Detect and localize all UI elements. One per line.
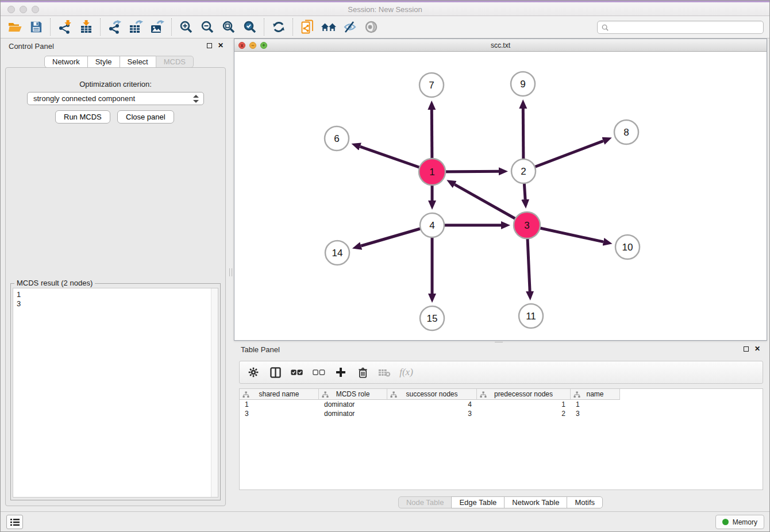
table-cell[interactable]: 1 [240,400,319,409]
table-cell[interactable]: 4 [387,400,477,409]
export-image-button[interactable] [147,17,168,37]
table-cell[interactable]: 1 [571,400,620,409]
result-scrollbar[interactable] [211,288,218,497]
show-graphics-details-button[interactable] [360,17,382,37]
trash-icon [358,367,368,378]
graph-node-14[interactable]: 14 [325,241,349,265]
table-body: 1dominator4113dominator323 [240,400,763,418]
graph-node-6[interactable]: 6 [325,126,349,151]
column-header-predecessor-nodes[interactable]: predecessor nodes [477,389,571,400]
close-panel-button[interactable]: Close panel [117,110,174,124]
optimization-criterion-label: Optimization criterion: [6,80,225,88]
graph-node-2[interactable]: 2 [511,159,536,183]
zoom-selected-button[interactable] [239,17,260,37]
zoom-out-icon [201,20,214,34]
show-task-history-button[interactable] [6,515,23,529]
mcds-panel: Optimization criterion: strongly connect… [5,67,226,506]
hide-graphics-details-button[interactable] [339,17,360,37]
task-list-icon [10,518,20,526]
delete-table-button[interactable] [375,364,394,381]
column-header-successor-nodes[interactable]: successor nodes [387,389,477,400]
table-panel: Table Panel ✕ [234,343,767,512]
column-header-shared-name[interactable]: shared name [240,389,319,400]
graph-edge-2-8[interactable] [523,141,603,171]
import-table-button[interactable] [75,17,97,37]
vertical-splitter-handle[interactable] [229,268,232,276]
run-mcds-button[interactable]: Run MCDS [55,110,110,124]
optimization-criterion-select[interactable]: strongly connected component [27,92,204,105]
tab-network[interactable]: Network [44,56,88,68]
graph-node-7[interactable]: 7 [419,73,444,97]
network-graph[interactable]: 1234678910111415 [234,52,767,340]
zoom-fit-button[interactable] [218,17,239,37]
show-columns-button[interactable] [266,364,284,381]
table-toolbar: f(x) [239,361,763,384]
open-session-button[interactable] [4,17,25,37]
refresh-layout-button[interactable] [268,17,289,37]
table-cell[interactable]: 3 [387,409,477,418]
tab-motifs[interactable]: Motifs [567,496,603,508]
tab-edge-table[interactable]: Edge Table [451,496,505,508]
svg-text:8: 8 [623,127,629,138]
search-icon [602,24,609,31]
table-cell[interactable]: dominator [319,400,387,409]
tab-network-table[interactable]: Network Table [504,496,567,508]
graph-node-3[interactable]: 3 [514,212,540,238]
search-field[interactable] [597,21,764,34]
import-network-button[interactable] [54,17,75,37]
graph-node-11[interactable]: 11 [519,304,543,328]
graph-node-8[interactable]: 8 [614,120,638,144]
export-table-button[interactable] [125,17,147,37]
toolbar-separator [171,18,172,36]
graph-node-9[interactable]: 9 [511,72,535,96]
svg-text:3: 3 [524,220,529,231]
table-row[interactable]: 1dominator411 [240,400,763,409]
table-row[interactable]: 3dominator323 [240,409,763,418]
control-panel-title: Control Panel [9,42,54,51]
float-table-panel-icon[interactable] [744,346,749,352]
close-table-panel-icon[interactable]: ✕ [754,346,760,352]
column-header-MCDS-role[interactable]: MCDS role [319,389,387,400]
column-header-name[interactable]: name [571,389,620,400]
new-network-button[interactable] [297,17,318,37]
float-panel-icon[interactable] [207,43,212,48]
tab-node-table[interactable]: Node Table [398,496,452,508]
homes-icon [321,21,337,33]
table-cell[interactable]: dominator [319,409,387,418]
table-cell[interactable]: 2 [477,409,571,418]
tab-mcds[interactable]: MCDS [156,56,194,68]
delete-column-button[interactable] [353,364,372,381]
function-builder-button[interactable]: f(x) [397,364,415,381]
memory-button[interactable]: Memory [715,515,764,529]
graph-node-15[interactable]: 15 [420,306,444,330]
svg-text:11: 11 [526,311,536,322]
home-view-button[interactable] [318,17,339,37]
table-cell[interactable]: 1 [477,400,571,409]
select-all-columns-button[interactable] [288,364,306,381]
table-cell[interactable]: 3 [571,409,620,418]
search-input[interactable] [611,24,759,32]
graph-node-4[interactable]: 4 [420,213,444,237]
table-panel-title: Table Panel [241,345,280,354]
graph-node-1[interactable]: 1 [419,159,445,185]
svg-text:4: 4 [429,220,434,231]
svg-text:10: 10 [622,242,633,253]
close-panel-icon[interactable]: ✕ [218,43,224,48]
table-settings-button[interactable] [244,364,263,381]
zoom-out-button[interactable] [197,17,218,37]
create-column-button[interactable] [332,364,350,381]
tab-select[interactable]: Select [120,56,156,68]
unselect-all-columns-button[interactable] [310,364,328,381]
tab-style[interactable]: Style [87,56,120,68]
import-network-icon [58,20,72,34]
column-type-icon [242,391,249,398]
save-session-button[interactable] [25,17,47,37]
application-window: Session: New Session [0,0,770,532]
mcds-result-area[interactable]: 1 3 [13,288,218,498]
zoom-in-button[interactable] [175,17,197,37]
network-window-titlebar[interactable]: x − + scc.txt [234,39,767,52]
graph-node-10[interactable]: 10 [615,235,640,259]
table-cell[interactable]: 3 [240,409,319,418]
export-network-button[interactable] [104,17,125,37]
mcds-result-box: MCDS result (2 nodes) 1 3 [10,283,221,500]
